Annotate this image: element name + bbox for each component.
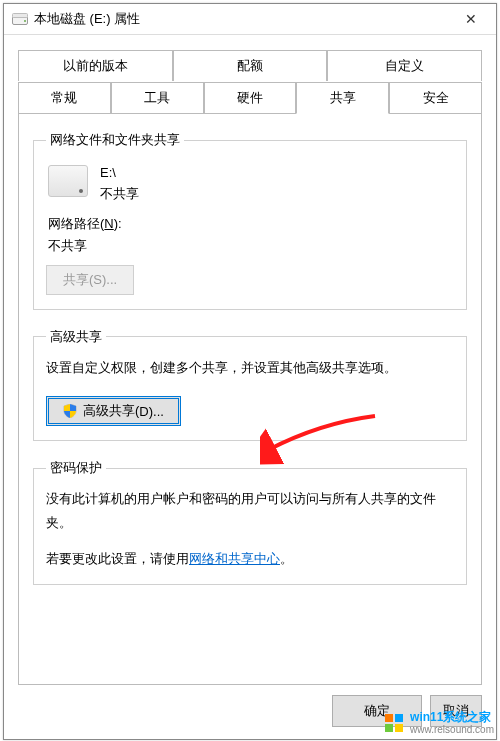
uac-shield-icon (63, 404, 77, 418)
group-password-protection: 密码保护 没有此计算机的用户帐户和密码的用户可以访问与所有人共享的文件夹。 若要… (33, 459, 467, 585)
tab-customize[interactable]: 自定义 (327, 50, 482, 81)
group-network-sharing-legend: 网络文件和文件夹共享 (46, 131, 184, 149)
share-status: 不共享 (100, 184, 139, 205)
tab-previous-versions[interactable]: 以前的版本 (18, 50, 173, 81)
svg-rect-6 (395, 724, 403, 732)
tab-security[interactable]: 安全 (389, 82, 482, 114)
svg-rect-4 (395, 714, 403, 722)
svg-rect-3 (385, 714, 393, 722)
network-path-value: 不共享 (48, 237, 454, 255)
network-path-label: 网络路径(N): (48, 215, 454, 233)
share-button: 共享(S)... (46, 265, 134, 295)
watermark: win11系统之家 www.relsound.com (384, 711, 494, 735)
watermark-brand: win11系统之家 (410, 711, 494, 724)
close-icon: ✕ (465, 11, 477, 27)
password-line2: 若要更改此设置，请使用网络和共享中心。 (46, 548, 454, 570)
drive-icon (48, 165, 88, 197)
password-line1: 没有此计算机的用户帐户和密码的用户可以访问与所有人共享的文件夹。 (46, 487, 454, 534)
group-password-legend: 密码保护 (46, 459, 106, 477)
svg-rect-5 (385, 724, 393, 732)
share-path: E:\ (100, 163, 139, 184)
tab-sharing[interactable]: 共享 (296, 82, 389, 114)
group-advanced-sharing: 高级共享 设置自定义权限，创建多个共享，并设置其他高级共享选项。 高级共享(D)… (33, 328, 467, 442)
tab-general[interactable]: 常规 (18, 82, 111, 114)
network-sharing-center-link[interactable]: 网络和共享中心 (189, 551, 280, 566)
svg-rect-1 (13, 14, 28, 18)
properties-dialog: 本地磁盘 (E:) 属性 ✕ 以前的版本 配额 自定义 常规 工具 硬件 共享 … (3, 3, 497, 740)
tab-strip: 以前的版本 配额 自定义 常规 工具 硬件 共享 安全 (18, 43, 482, 113)
group-advanced-sharing-legend: 高级共享 (46, 328, 106, 346)
advanced-sharing-desc: 设置自定义权限，创建多个共享，并设置其他高级共享选项。 (46, 358, 454, 379)
sharing-panel: 网络文件和文件夹共享 E:\ 不共享 网络路径(N): 不共享 共享(S)...… (18, 113, 482, 685)
tab-quota[interactable]: 配额 (173, 50, 328, 81)
window-title: 本地磁盘 (E:) 属性 (34, 10, 450, 28)
svg-point-2 (24, 20, 26, 22)
close-button[interactable]: ✕ (450, 5, 492, 33)
group-network-sharing: 网络文件和文件夹共享 E:\ 不共享 网络路径(N): 不共享 共享(S)... (33, 131, 467, 310)
advanced-sharing-button[interactable]: 高级共享(D)... (46, 396, 181, 426)
watermark-logo-icon (384, 713, 404, 733)
drive-icon-small (12, 13, 28, 25)
watermark-url: www.relsound.com (410, 724, 494, 735)
titlebar: 本地磁盘 (E:) 属性 ✕ (4, 4, 496, 35)
tab-tools[interactable]: 工具 (111, 82, 204, 114)
tab-hardware[interactable]: 硬件 (204, 82, 297, 114)
